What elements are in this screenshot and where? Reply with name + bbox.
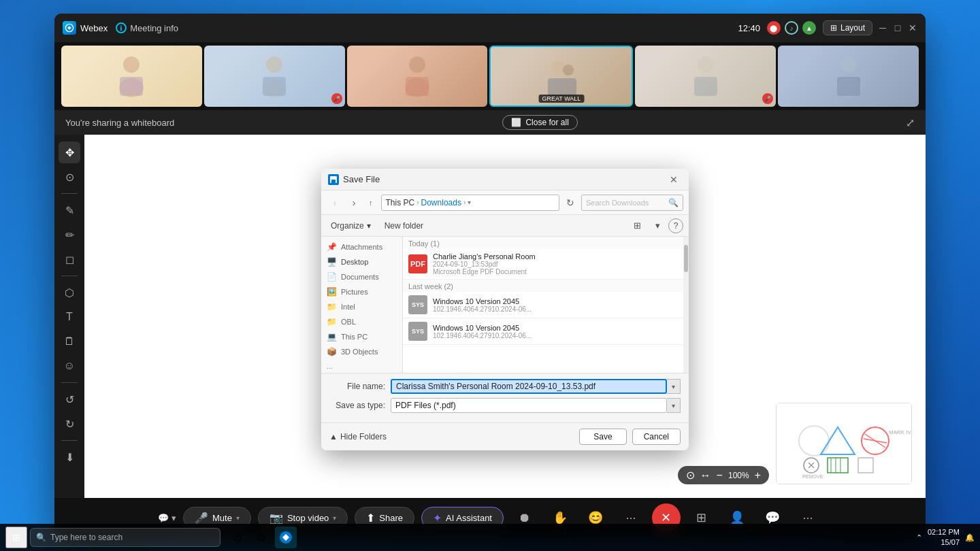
close-button[interactable]: ✕ (908, 23, 917, 33)
file-item-2-info: Windows 10 Version 2045 102.1946.4064.27… (433, 297, 683, 313)
sidebar-3d-objects[interactable]: 📦 3D Objects (321, 344, 402, 359)
dialog-close-button[interactable]: ✕ (666, 171, 682, 188)
this-pc-label: This PC (341, 333, 368, 341)
captions-button[interactable]: 💬 ▾ (158, 513, 176, 523)
taskbar-right: ⌃ 02:12 PM 15/07 🔔 (916, 527, 975, 548)
participant-4-video[interactable]: GREAT WALL (489, 46, 633, 107)
dialog-footer: ▲ Hide Folders Save Cancel (321, 422, 689, 450)
video-strip: 🎤 GREAT WALL 🎤 (54, 42, 926, 110)
sidebar-attachments[interactable]: 📌 Attachments (321, 239, 402, 254)
mute-label: Mute (212, 513, 232, 523)
start-button[interactable]: ⊞ (5, 527, 27, 548)
footer-buttons: Save Cancel (579, 429, 681, 445)
attachments-icon: 📌 (327, 242, 337, 252)
taskbar-notifications-icon: ⌃ (916, 533, 922, 542)
app-name-label: Webex (80, 23, 108, 33)
sidebar-documents[interactable]: 📄 Documents (321, 269, 402, 284)
up-arrow-icon: ↑ (369, 199, 373, 207)
sharing-bar: You're sharing a whiteboard ⬜ Close for … (54, 110, 926, 135)
search-icon[interactable]: 🔍 (668, 198, 679, 207)
view-mode-button[interactable]: ⊞ (627, 218, 647, 234)
audio-status-icon: ♪ (785, 21, 798, 35)
maximize-button[interactable]: □ (893, 23, 902, 33)
hide-folders-button[interactable]: ▲ Hide Folders (329, 432, 387, 441)
expand-button[interactable]: ⤢ (906, 116, 915, 129)
taskbar-webex-app[interactable] (275, 527, 297, 548)
svg-point-4 (266, 56, 282, 73)
select-tool-button[interactable]: ⊙ (59, 166, 80, 188)
marker-tool-button[interactable]: ✏ (59, 224, 80, 246)
file-list: Today (1) PDF Charlie Jiang's Personal R… (403, 237, 689, 373)
filetype-dropdown[interactable]: ▾ (667, 398, 681, 413)
up-button[interactable]: ↑ (365, 195, 378, 211)
download-button[interactable]: ⬇ (59, 446, 80, 468)
participant-1-video[interactable] (61, 46, 202, 107)
sidebar-pictures[interactable]: 🖼️ Pictures (321, 284, 402, 299)
app-window: Webex ℹ Meeting info 12:40 ⬤ ♪ ▲ ⊞ Layou… (54, 14, 926, 537)
file-item-3[interactable]: SYS Windows 10 Version 2045 102.1946.406… (403, 318, 689, 345)
sidebar-desktop[interactable]: 🖥️ Desktop (321, 254, 402, 269)
redo-button[interactable]: ↻ (59, 413, 80, 435)
dialog-overlay: Save File ✕ ‹ › ↑ This PC › (84, 135, 926, 498)
webex-icon (63, 21, 76, 35)
forward-button[interactable]: › (346, 195, 362, 211)
sticky-tool-button[interactable]: 🗒 (59, 331, 80, 352)
pen-tool-button[interactable]: ✎ (59, 199, 80, 221)
this-pc-icon: 💻 (327, 332, 337, 341)
dialog-bottom: File name: ▾ Save as type: ▾ (321, 373, 689, 422)
layout-button[interactable]: ⊞ Layout (823, 20, 872, 35)
participant-6-video[interactable] (778, 46, 919, 107)
back-button[interactable]: ‹ (327, 195, 343, 211)
emoji-tool-button[interactable]: ☺ (59, 355, 80, 377)
meeting-info-button[interactable]: ℹ Meeting info (116, 22, 178, 33)
cancel-button[interactable]: Cancel (632, 429, 681, 445)
documents-label: Documents (341, 273, 379, 281)
participant-2-video[interactable]: 🎤 (204, 46, 345, 107)
sidebar-this-pc[interactable]: 💻 This PC (321, 329, 402, 344)
sidebar-intel[interactable]: 📁 Intel (321, 299, 402, 314)
file-item-1-meta2: Microsoft Edge PDF Document (433, 268, 683, 276)
dialog-title-text: Save File (343, 174, 666, 184)
obl-icon: 📁 (327, 317, 337, 327)
sidebar-more[interactable]: ... (321, 359, 402, 373)
filename-input[interactable] (391, 379, 667, 394)
lastweek-section-header: Last week (2) (403, 280, 689, 292)
new-folder-button[interactable]: New folder (380, 220, 427, 232)
close-icon: ⬜ (511, 118, 521, 127)
toolbar-separator-2 (61, 276, 78, 276)
search-placeholder: Search Downloads (586, 199, 649, 207)
taskbar-search-app[interactable]: ⊙ (226, 527, 248, 548)
eraser-tool-button[interactable]: ◻ (59, 248, 80, 270)
svg-rect-6 (263, 77, 286, 96)
layout-label: Layout (840, 23, 865, 33)
filetype-select[interactable] (391, 398, 667, 413)
close-for-all-button[interactable]: ⬜ Close for all (502, 115, 577, 130)
notifications-bell[interactable]: 🔔 (965, 533, 975, 542)
undo-button[interactable]: ↺ (59, 388, 80, 410)
participant-3-video[interactable] (347, 46, 488, 107)
file-item-3-meta: 102.1946.4064.27910.2024-06... (433, 332, 683, 339)
file-list-scrollbar[interactable] (683, 237, 689, 373)
meeting-info-label: Meeting info (130, 23, 178, 33)
app-logo: Webex (63, 21, 108, 35)
shapes-tool-button[interactable]: ⬡ (59, 282, 80, 303)
left-toolbar: ✥ ⊙ ✎ ✏ ◻ ⬡ T 🗒 ☺ ↺ ↻ ⬇ (54, 135, 84, 498)
save-button[interactable]: Save (579, 429, 626, 445)
filename-dropdown[interactable]: ▾ (667, 379, 681, 394)
refresh-button[interactable]: ↻ (562, 195, 578, 211)
pan-tool-button[interactable]: ✥ (59, 141, 80, 163)
participant-5-video[interactable]: 🎤 (635, 46, 776, 107)
filetype-label: Save as type: (329, 401, 391, 410)
taskbar-taskview[interactable]: ⧉ (250, 527, 272, 548)
file-item-1[interactable]: PDF Charlie Jiang's Personal Room 2024-0… (403, 249, 689, 280)
minimize-button[interactable]: ─ (878, 23, 887, 33)
view-dropdown-button[interactable]: ▾ (648, 218, 667, 234)
dialog-sidebar: 📌 Attachments 🖥️ Desktop 📄 Documents (321, 237, 403, 373)
help-button[interactable]: ? (668, 218, 683, 233)
save-file-dialog: Save File ✕ ‹ › ↑ This PC › (321, 169, 689, 450)
file-item-2[interactable]: SYS Windows 10 Version 2045 102.1946.406… (403, 292, 689, 318)
whiteboard-area: Save File ✕ ‹ › ↑ This PC › (84, 135, 926, 498)
organize-button[interactable]: Organize ▾ (327, 220, 375, 232)
sidebar-obl[interactable]: 📁 OBL (321, 314, 402, 329)
text-tool-button[interactable]: T (59, 306, 80, 328)
